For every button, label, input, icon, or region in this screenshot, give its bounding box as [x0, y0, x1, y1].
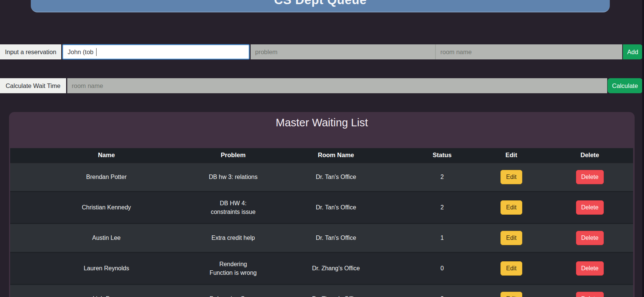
add-button[interactable]: Add	[623, 44, 642, 59]
waiting-list-table: Name Problem Room Name Status Edit Delet…	[10, 148, 633, 297]
cell-room: Dr. Tan's Office	[264, 162, 408, 191]
cell-delete: Delete	[547, 252, 633, 284]
table-header-row: Name Problem Room Name Status Edit Delet…	[10, 148, 633, 162]
cell-name: Christian Kennedy	[10, 191, 203, 223]
column-header-name: Name	[10, 148, 203, 162]
edit-button[interactable]: Edit	[500, 292, 522, 297]
cell-room: Dr. Zhang's Office	[264, 284, 408, 297]
delete-button[interactable]: Delete	[576, 261, 604, 276]
column-header-edit: Edit	[476, 148, 546, 162]
delete-button[interactable]: Delete	[576, 231, 604, 245]
reservation-form: Input a reservation John (tob Add	[0, 44, 642, 59]
cell-problem: DB hw 3: relations	[203, 162, 263, 191]
wait-time-room-input[interactable]	[67, 78, 607, 93]
delete-button[interactable]: Delete	[576, 200, 604, 215]
column-header-status: Status	[408, 148, 476, 162]
cell-name: Brendan Potter	[10, 162, 203, 191]
cell-room: Dr. Tan's Office	[264, 223, 408, 252]
cell-problem: Debugging Game	[203, 284, 263, 297]
waiting-list-body: Brendan Potter DB hw 3: relations Dr. Ta…	[10, 162, 633, 297]
cell-edit: Edit	[476, 191, 546, 223]
column-header-room: Room Name	[264, 148, 408, 162]
screen-right-edge	[642, 0, 644, 297]
table-row: Christian Kennedy DB HW 4: constraints i…	[10, 191, 633, 223]
edit-button[interactable]: Edit	[500, 200, 522, 215]
table-row: Austin Lee Extra credit help Dr. Tan's O…	[10, 223, 633, 252]
edit-button[interactable]: Edit	[500, 170, 522, 184]
cell-status: 2	[408, 162, 476, 191]
table-row: Lauren Reynolds Rendering Function is wr…	[10, 252, 633, 284]
cell-status: 1	[408, 223, 476, 252]
cell-delete: Delete	[547, 191, 633, 223]
cell-name: Lauren Reynolds	[10, 252, 203, 284]
reservation-room-input[interactable]	[435, 44, 622, 59]
cell-status: 2	[408, 284, 476, 297]
edit-button[interactable]: Edit	[500, 261, 522, 276]
cell-status: 2	[408, 191, 476, 223]
reservation-problem-input[interactable]	[251, 44, 435, 59]
wait-time-form-label: Calculate Wait Time	[0, 78, 66, 93]
cell-name: Linh Dang	[10, 284, 203, 297]
delete-button[interactable]: Delete	[576, 292, 604, 297]
column-header-delete: Delete	[547, 148, 633, 162]
wait-time-form: Calculate Wait Time Calculate	[0, 78, 642, 93]
cell-room: Dr. Zhang's Office	[264, 252, 408, 284]
cell-delete: Delete	[547, 284, 633, 297]
app-banner: CS Dept Queue	[31, 0, 610, 12]
cell-edit: Edit	[476, 252, 546, 284]
cell-name: Austin Lee	[10, 223, 203, 252]
cell-edit: Edit	[476, 162, 546, 191]
delete-button[interactable]: Delete	[576, 170, 604, 184]
reservation-name-input[interactable]: John (tob	[62, 44, 249, 59]
table-row: Brendan Potter DB hw 3: relations Dr. Ta…	[10, 162, 633, 191]
calculate-button[interactable]: Calculate	[608, 78, 642, 93]
reservation-name-value: John (tob	[68, 48, 94, 56]
cell-problem: DB HW 4: constraints issue	[203, 191, 263, 223]
text-caret	[96, 48, 97, 56]
cell-edit: Edit	[476, 223, 546, 252]
cell-delete: Delete	[547, 162, 633, 191]
edit-button[interactable]: Edit	[500, 231, 522, 245]
cell-delete: Delete	[547, 223, 633, 252]
cell-edit: Edit	[476, 284, 546, 297]
table-row: Linh Dang Debugging Game Dr. Zhang's Off…	[10, 284, 633, 297]
cell-problem: Rendering Function is wrong	[203, 252, 263, 284]
cell-problem: Extra credit help	[203, 223, 263, 252]
column-header-problem: Problem	[203, 148, 263, 162]
app-title: CS Dept Queue	[274, 0, 367, 7]
cell-room: Dr. Tan's Office	[264, 191, 408, 223]
waiting-list-panel: Master Waiting List Name Problem Room Na…	[9, 112, 635, 297]
cell-status: 0	[408, 252, 476, 284]
reservation-form-label: Input a reservation	[0, 44, 61, 59]
waiting-list-title: Master Waiting List	[9, 117, 635, 129]
